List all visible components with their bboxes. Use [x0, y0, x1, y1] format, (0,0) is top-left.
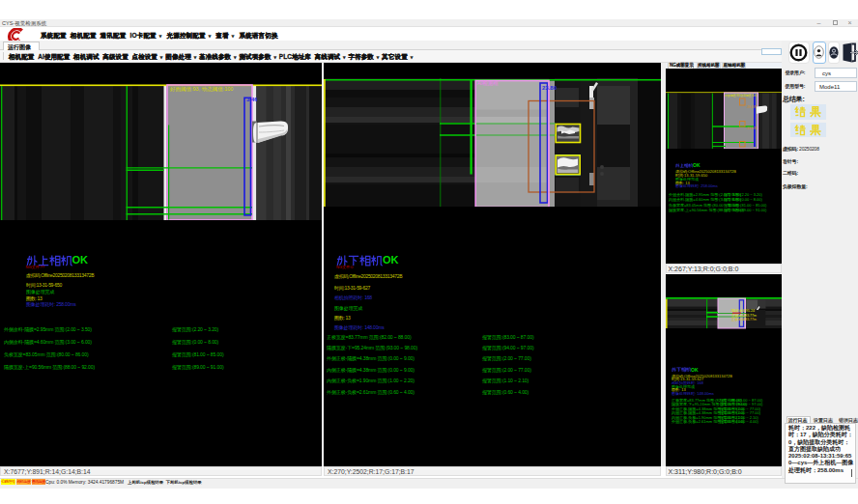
svg-text:28.4 W2: 28.4 W2 — [747, 105, 758, 109]
svg-text:正极宽度83.77m: 正极宽度83.77m — [731, 317, 757, 321]
svg-text:23.6 W2: 23.6 W2 — [747, 126, 758, 130]
svg-text:隔膜宽度95.24: 隔膜宽度95.24 — [731, 308, 755, 313]
svg-text:好面阈值:93 动态阈值:100: 好面阈值:93 动态阈值:100 — [725, 94, 757, 98]
